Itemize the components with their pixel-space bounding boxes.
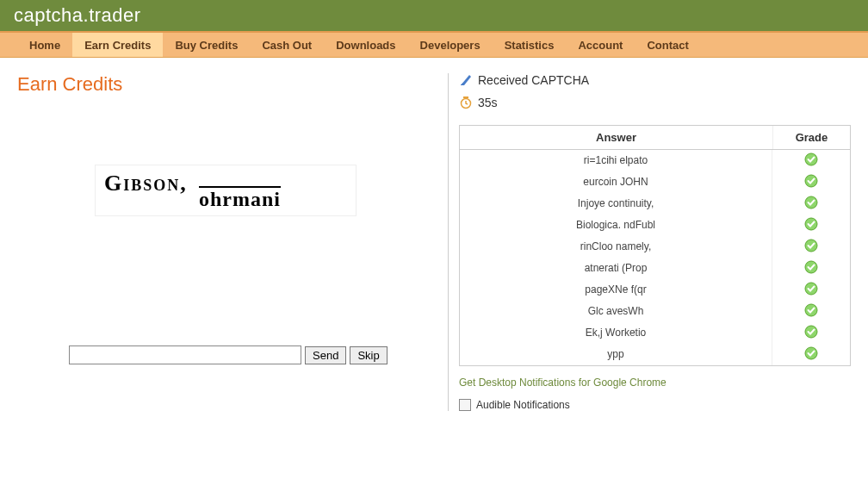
- table-row: Glc avesWh: [460, 301, 850, 322]
- check-ok-icon: [804, 174, 818, 188]
- table-row: pageXNe f(qr: [460, 279, 850, 301]
- answer-cell: Glc avesWh: [460, 301, 772, 322]
- grade-cell: [772, 322, 850, 344]
- answer-cell: pageXNe f(qr: [460, 279, 772, 301]
- grade-cell: [772, 193, 850, 215]
- input-row: Send Skip: [69, 345, 448, 364]
- check-ok-icon: [804, 239, 818, 252]
- answer-input[interactable]: [69, 345, 301, 364]
- status-timer-label: 35s: [478, 96, 498, 109]
- answer-cell: ri=1cihi elpato: [460, 150, 772, 171]
- answer-cell: Ek,j Worketio: [460, 322, 772, 344]
- check-ok-icon: [804, 346, 818, 360]
- check-ok-icon: [804, 303, 818, 317]
- grade-cell: [772, 279, 850, 301]
- audible-row: Audible Notifications: [459, 399, 851, 411]
- chrome-notifications-link[interactable]: Get Desktop Notifications for Google Chr…: [459, 377, 851, 389]
- answer-cell: ypp: [460, 344, 772, 365]
- right-column: Received CAPTCHA 35s Answer Grade ri=1ci…: [448, 73, 851, 411]
- nav-item-earn-credits[interactable]: Earn Credits: [72, 33, 163, 57]
- check-ok-icon: [804, 196, 818, 209]
- check-ok-icon: [804, 217, 818, 231]
- table-row: eurcoin JOHN: [460, 171, 850, 193]
- grade-cell: [772, 150, 850, 171]
- answer-cell: atnerati (Prop: [460, 258, 772, 279]
- page-title: Earn Credits: [17, 73, 448, 96]
- captcha-image: Gibson, ohrmani: [95, 165, 356, 216]
- answer-cell: rinCloo namely,: [460, 236, 772, 258]
- table-row: Injoye continuity,: [460, 193, 850, 215]
- clock-icon: [459, 96, 473, 109]
- header-answer: Answer: [460, 126, 772, 149]
- send-button[interactable]: Send: [305, 346, 346, 364]
- answer-cell: Biologica. ndFubl: [460, 215, 772, 236]
- table-row: atnerati (Prop: [460, 258, 850, 279]
- table-row: Ek,j Worketio: [460, 322, 850, 344]
- header-grade: Grade: [772, 126, 850, 149]
- status-received: Received CAPTCHA: [459, 73, 851, 87]
- navbar: HomeEarn CreditsBuy CreditsCash OutDownl…: [0, 31, 868, 58]
- check-ok-icon: [804, 282, 818, 296]
- audible-checkbox[interactable]: [459, 399, 471, 411]
- grade-cell: [772, 236, 850, 258]
- check-ok-icon: [804, 260, 818, 274]
- check-ok-icon: [804, 325, 818, 339]
- nav-item-downloads[interactable]: Downloads: [324, 33, 407, 57]
- grade-cell: [772, 258, 850, 279]
- status-timer: 35s: [459, 96, 851, 109]
- nav-item-home[interactable]: Home: [17, 33, 72, 57]
- check-ok-icon: [804, 153, 818, 166]
- table-row: ri=1cihi elpato: [460, 150, 850, 171]
- history-table: Answer Grade ri=1cihi elpatoeurcoin JOHN…: [459, 125, 851, 366]
- captcha-text-line2: ohrmani: [96, 188, 356, 211]
- table-row: rinCloo namely,: [460, 236, 850, 258]
- audible-label: Audible Notifications: [476, 399, 570, 411]
- nav-item-developers[interactable]: Developers: [408, 33, 493, 57]
- nav-item-cash-out[interactable]: Cash Out: [250, 33, 324, 57]
- grade-cell: [772, 171, 850, 193]
- content: Earn Credits Gibson, ohrmani Send Skip R…: [0, 58, 868, 426]
- logo: captcha.trader: [14, 4, 141, 27]
- svg-rect-1: [463, 96, 468, 98]
- table-row: Biologica. ndFubl: [460, 215, 850, 236]
- left-column: Earn Credits Gibson, ohrmani Send Skip: [17, 73, 448, 411]
- skip-button[interactable]: Skip: [350, 346, 387, 364]
- nav-item-statistics[interactable]: Statistics: [493, 33, 567, 57]
- history-header: Answer Grade: [460, 126, 850, 150]
- grade-cell: [772, 344, 850, 365]
- header: captcha.trader: [0, 0, 868, 31]
- grade-cell: [772, 215, 850, 236]
- nav-item-buy-credits[interactable]: Buy Credits: [163, 33, 250, 57]
- nav-item-account[interactable]: Account: [566, 33, 635, 57]
- table-row: ypp: [460, 344, 850, 365]
- grade-cell: [772, 301, 850, 322]
- feather-icon: [459, 73, 473, 87]
- answer-cell: eurcoin JOHN: [460, 171, 772, 193]
- nav-item-contact[interactable]: Contact: [635, 33, 700, 57]
- status-received-label: Received CAPTCHA: [478, 73, 589, 87]
- answer-cell: Injoye continuity,: [460, 193, 772, 215]
